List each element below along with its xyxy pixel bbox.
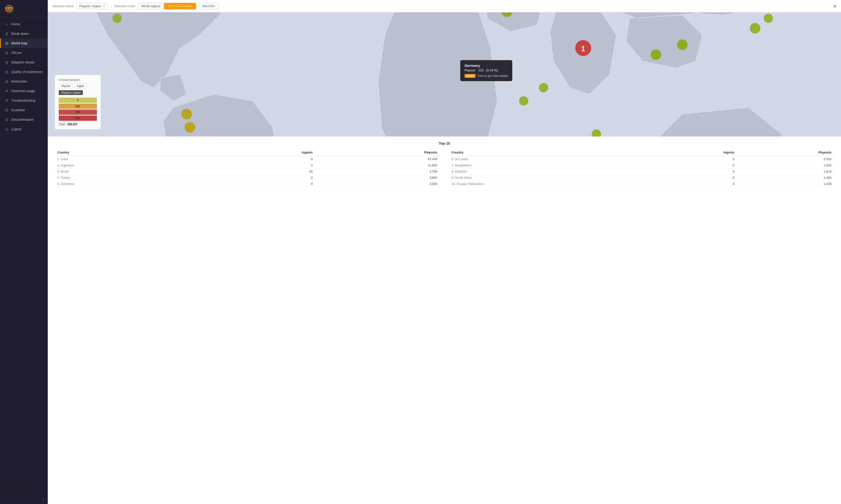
sidebar-item-webcaster[interactable]: ◎ Webcaster [0,77,48,86]
sidebar-collapse-button[interactable]: ‹ [0,494,48,504]
table-section: Top 10 Country Ingests Playouts 1. India… [48,137,841,194]
row-playouts: 1,613 [737,168,834,175]
sidebar-item-label: Historical usage [11,89,35,93]
svg-point-33 [750,23,760,33]
webcaster-icon: ◎ [4,79,9,84]
row-playouts: 1,852 [737,162,834,168]
mode-buttons: World regions TOP 50 Countries [138,3,196,9]
legend-tabs: Playout Ingest [59,84,97,88]
world-map[interactable]: 1 2 3 9 10 [48,13,841,137]
metric-select[interactable]: Playout / Ingest ▼ [77,3,108,9]
row-rank: 9. South Africa [449,175,651,181]
legend-tab-playout[interactable]: Playout [59,84,73,88]
legend-title: Choose between [59,78,97,82]
sidebar-item-h5live[interactable]: ◎ H5Live [0,48,48,57]
legend-total: Total: 109,257 [59,123,97,126]
chevron-left-icon: ‹ [43,497,44,501]
table-row: 2. Argentina 0 11,800 [55,162,440,168]
svg-point-15 [181,109,192,119]
legend-bar-1: 22K [59,104,97,109]
sidebar-item-label: Documentation [11,118,34,122]
svg-point-34 [764,14,773,23]
left-col-country: Country [55,149,205,156]
row-playouts: 3,768 [315,168,440,175]
sidebar-item-docs[interactable]: ⊡ Documentation [0,115,48,124]
sidebar-item-label: Logout [11,127,21,131]
row-playouts: 11,800 [315,162,440,168]
right-col-playouts: Playouts [737,149,834,156]
table-row: 9. South Africa 0 1,489 [449,175,834,181]
sidebar-item-label: Adaptive bitrate [11,60,34,64]
right-col-country: Country [449,149,651,156]
nanocosmos-logo: nano COSMOS [4,3,14,14]
legend-tab-combined[interactable]: Playout + Ingest [59,90,83,95]
legend-bar-0: 0 [59,97,97,103]
guardian-icon: ⊡ [4,108,9,112]
legend-bar-3: 67K [59,115,97,121]
row-playouts: 1,489 [737,175,834,181]
row-playouts: 67,438 [315,156,440,162]
sidebar-item-adaptive[interactable]: ◎ Adaptive bitrate [0,57,48,67]
row-ingests: 0 [205,175,315,181]
row-rank: 6. Sri Lanka [449,156,651,162]
troubleshoot-icon: ✕ [4,98,9,103]
row-playouts: 3,630 [315,181,440,187]
row-rank: 8. Pakistan [449,168,651,175]
table-row: 1. India 0 67,438 [55,156,440,162]
sidebar-item-troubleshoot[interactable]: ✕ Troubleshooting [0,96,48,105]
right-col-ingests: Ingests [651,149,737,156]
svg-text:1: 1 [581,44,585,53]
sidebar-item-historical[interactable]: ✕ Historical usage [0,86,48,96]
sidebar-item-label: Troubleshooting [11,98,35,102]
topbar: Selected metric Playout / Ingest ▼ | Sel… [48,0,841,13]
sidebar-item-qoe[interactable]: ◎ Quality of experience [0,67,48,77]
metric-value: Playout / Ingest [79,4,101,8]
row-playouts: 2,653 [737,156,834,162]
row-rank: 1. India [55,156,205,162]
historical-icon: ✕ [4,89,9,93]
sidebar-item-worldmap[interactable]: ◎ World map [0,38,48,48]
row-rank: 7. Bangladesh [449,162,651,168]
legend-total-label: Total: [59,123,66,126]
get-csv-button[interactable]: Get CSV [199,3,218,9]
home-icon: ⌂ [4,22,9,26]
sidebar-item-label: World map [11,41,27,45]
sidebar-item-logout[interactable]: ⎋ Logout [0,124,48,134]
mode-world-regions[interactable]: World regions [138,3,164,9]
main-content: Selected metric Playout / Ingest ▼ | Sel… [48,0,841,504]
row-ingests: 40 [205,168,315,175]
sidebar-item-guardian[interactable]: ⊡ Guardian [0,105,48,115]
svg-point-21 [677,39,687,50]
row-rank: 2. Argentina [55,162,205,168]
sidebar-item-home[interactable]: ⌂ Home [0,19,48,29]
svg-text:nano: nano [7,4,11,7]
sidebar-item-breakdown[interactable]: ◎ Break down [0,29,48,38]
row-ingests: 0 [651,175,737,181]
table-row: 10. Russian Federation 0 1,028 [449,181,834,187]
table-row: 5. Colombia 0 3,630 [55,181,440,187]
legend-tab-ingest[interactable]: Ingest [74,84,87,88]
table-title: Top 10 [55,141,834,145]
right-table: Country Ingests Playouts 6. Sri Lanka 0 … [449,149,834,187]
content-area: 1 2 3 9 10 [48,13,841,504]
metric-label: Selected metric [53,4,74,8]
sidebar-item-label: Guardian [11,108,25,112]
svg-point-28 [519,96,528,106]
legend-bar-2: 45K [59,110,97,115]
row-ingests: 0 [205,181,315,187]
row-rank: 10. Russian Federation [449,181,651,187]
sidebar-item-label: H5Live [11,51,22,55]
mode-label: Selected mode [114,4,135,8]
qoe-icon: ◎ [4,70,9,74]
sidebar-item-label: Home [11,22,20,26]
row-ingests: 0 [205,162,315,168]
table-row: 4. Turkey 0 3,664 [55,175,440,181]
sidebar-nav: ⌂ Home ◎ Break down ◎ World map ◎ H5Live… [0,17,48,494]
row-ingests: 0 [651,156,737,162]
hamburger-menu-icon[interactable]: ≡ [834,3,836,9]
adaptive-icon: ◎ [4,60,9,65]
docs-icon: ⊡ [4,118,9,122]
left-col-ingests: Ingests [205,149,315,156]
left-col-playouts: Playouts [315,149,440,156]
mode-top50[interactable]: TOP 50 Countries [164,3,196,9]
